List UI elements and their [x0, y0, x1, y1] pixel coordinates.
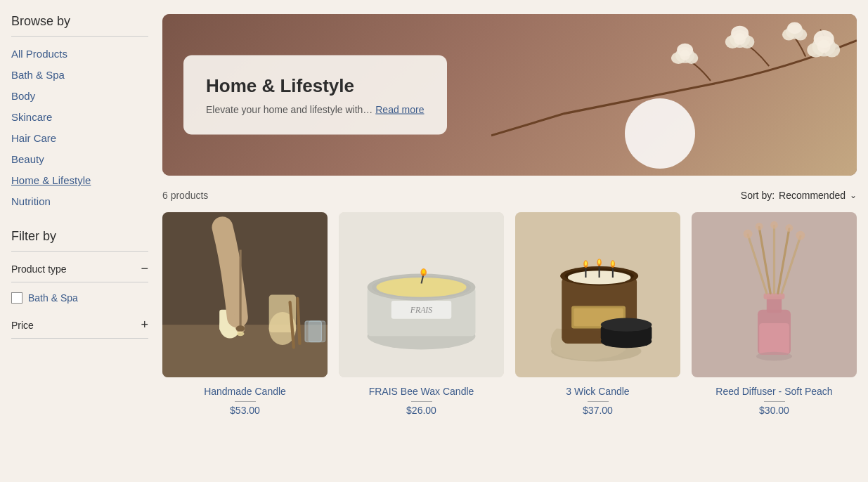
product-divider [411, 401, 432, 402]
sidebar-nav: All ProductsBath & SpaBodySkincareHair C… [11, 44, 148, 212]
filter-option-bath-spa: Bath & Spa [11, 289, 148, 306]
hero-card: Home & Lifestyle Elevate your home and l… [183, 56, 447, 135]
product-image [692, 212, 857, 377]
filter-product-type-label: Product type [11, 263, 67, 275]
hero-description: Elevate your home and lifestyle with… Re… [206, 104, 425, 115]
svg-rect-67 [759, 323, 789, 355]
svg-rect-20 [162, 325, 328, 377]
product-price: $53.00 [162, 405, 328, 416]
svg-point-18 [787, 22, 802, 34]
product-card[interactable]: Reed Diffuser - Soft Peach$30.00 [692, 212, 857, 416]
filter-product-type-toggle[interactable]: − [141, 261, 148, 276]
product-image [162, 212, 328, 377]
filter-price-label: Price [11, 320, 34, 331]
main-content: Home & Lifestyle Elevate your home and l… [162, 14, 857, 416]
hero-banner: Home & Lifestyle Elevate your home and l… [162, 14, 857, 176]
circle-decoration [625, 98, 695, 169]
sidebar-nav-item: Home & Lifestyle [11, 170, 148, 191]
sidebar-nav-item: Beauty [11, 149, 148, 170]
filter-product-type-header[interactable]: Product type − [11, 261, 148, 282]
sidebar-nav-item: All Products [11, 44, 148, 65]
products-header: 6 products Sort by: Recommended ⌄ [162, 190, 857, 201]
svg-point-4 [734, 33, 746, 45]
filter-product-type: Product type − Bath & Spa [11, 261, 148, 306]
filter-price: Price + [11, 318, 148, 339]
sort-label: Sort by: [741, 190, 775, 201]
product-divider [588, 401, 609, 402]
svg-point-14 [817, 40, 831, 53]
product-card[interactable]: Handmade Candle$53.00 [162, 212, 328, 416]
sidebar-nav-link-all-products[interactable]: All Products [11, 48, 67, 60]
filter-by-title: Filter by [11, 229, 148, 252]
sidebar: Browse by All ProductsBath & SpaBodySkin… [11, 14, 148, 416]
svg-text:FRAIS: FRAIS [410, 306, 432, 315]
bath-spa-label[interactable]: Bath & Spa [28, 292, 78, 304]
chevron-down-icon: ⌄ [850, 190, 857, 200]
product-divider [235, 401, 256, 402]
sort-dropdown[interactable]: Sort by: Recommended ⌄ [741, 190, 857, 201]
sidebar-nav-link-home-lifestyle[interactable]: Home & Lifestyle [11, 174, 91, 186]
sidebar-nav-link-nutrition[interactable]: Nutrition [11, 195, 51, 207]
product-price: $30.00 [692, 405, 857, 416]
svg-rect-29 [309, 321, 325, 342]
product-name[interactable]: 3 Wick Candle [515, 386, 680, 397]
filter-price-toggle[interactable]: + [141, 318, 148, 332]
svg-point-62 [601, 318, 652, 332]
svg-point-59 [611, 261, 614, 265]
sidebar-nav-item: Hair Care [11, 128, 148, 149]
sort-value: Recommended [779, 190, 846, 201]
sidebar-nav-link-skincare[interactable]: Skincare [11, 111, 52, 123]
svg-point-9 [680, 50, 690, 60]
product-divider [764, 401, 785, 402]
bath-spa-checkbox[interactable] [11, 292, 22, 304]
product-name[interactable]: Reed Diffuser - Soft Peach [692, 386, 857, 397]
svg-point-42 [422, 269, 425, 273]
svg-point-26 [236, 325, 245, 332]
product-card[interactable]: FRAIS FRAIS Bee Wax Candle$26.00 [339, 212, 504, 416]
filter-price-header[interactable]: Price + [11, 318, 148, 339]
svg-point-77 [796, 231, 805, 240]
svg-point-73 [744, 230, 753, 239]
sidebar-nav-item: Nutrition [11, 191, 148, 212]
product-price: $26.00 [339, 405, 504, 416]
hero-read-more-link[interactable]: Read more [375, 104, 424, 115]
svg-point-55 [585, 261, 587, 265]
sidebar-nav-link-bath-spa[interactable]: Bath & Spa [11, 69, 65, 81]
product-price: $37.00 [515, 405, 680, 416]
product-name[interactable]: FRAIS Bee Wax Candle [339, 386, 504, 397]
product-name[interactable]: Handmade Candle [162, 386, 328, 397]
sidebar-nav-item: Body [11, 86, 148, 107]
svg-point-57 [598, 259, 600, 263]
svg-point-27 [237, 332, 245, 336]
hero-title: Home & Lifestyle [206, 75, 425, 97]
svg-point-76 [786, 224, 793, 232]
product-image [515, 212, 680, 377]
svg-point-74 [756, 223, 763, 230]
sidebar-nav-link-beauty[interactable]: Beauty [11, 153, 44, 165]
products-count: 6 products [162, 190, 208, 201]
svg-point-78 [756, 352, 792, 361]
product-image: FRAIS [339, 212, 504, 377]
sidebar-nav-item: Skincare [11, 107, 148, 128]
sidebar-nav-link-body[interactable]: Body [11, 90, 35, 102]
product-grid: Handmade Candle$53.00 FRAIS FRAIS [162, 212, 857, 416]
sidebar-nav-item: Bath & Spa [11, 65, 148, 86]
sidebar-nav-link-hair-care[interactable]: Hair Care [11, 132, 56, 144]
browse-by-title: Browse by [11, 14, 148, 37]
product-card[interactable]: 3 Wick Candle$37.00 [515, 212, 680, 416]
svg-point-75 [770, 221, 778, 229]
